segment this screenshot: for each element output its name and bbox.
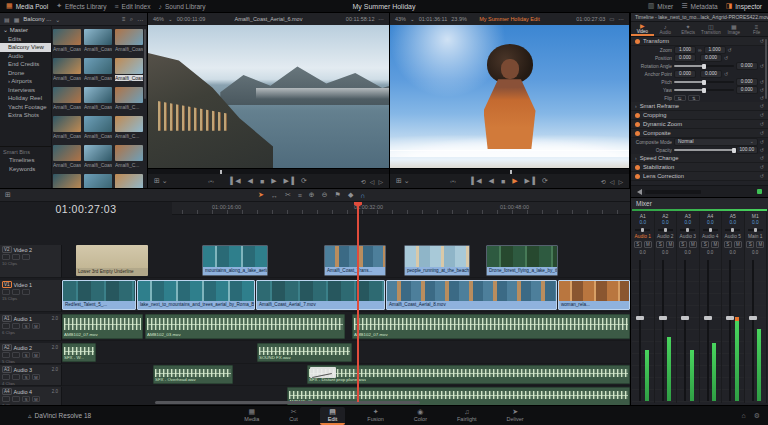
sidebar-bin-holiday-reel[interactable]: Holiday Reel xyxy=(0,94,51,103)
timeline-clip[interactable]: Redfest_Talent_5_... xyxy=(62,280,136,310)
mute-button[interactable]: M xyxy=(644,241,652,248)
timeline-clip[interactable]: Amalfi_Coast_Aerial_7.mov xyxy=(256,280,385,310)
insert-clip[interactable]: ≡ xyxy=(298,192,302,199)
step-back-button[interactable]: ◀ xyxy=(248,177,253,185)
page-tab-cut[interactable]: ✂Cut xyxy=(281,407,306,425)
more-options-icon[interactable]: ⋯ xyxy=(379,16,385,22)
enable-icon[interactable] xyxy=(12,396,20,402)
solo-button[interactable]: S xyxy=(22,352,30,358)
inspector-tab-file[interactable]: ≡File xyxy=(745,22,768,36)
track-badge[interactable]: A3 xyxy=(2,366,12,373)
value-y-field[interactable]: 0.000 xyxy=(700,54,722,62)
timeline-clip[interactable]: Lower 3rd Empty Underline xyxy=(76,245,148,276)
inspector-section-dynamic-zoom[interactable]: Dynamic Zoom↺ xyxy=(631,120,768,129)
reset-icon[interactable]: ↺ xyxy=(760,164,764,170)
solo-button[interactable]: S xyxy=(22,323,30,329)
reset-icon[interactable]: ↺ xyxy=(760,130,764,136)
loop-button[interactable]: ⟳ xyxy=(301,177,307,185)
sidebar-bin-extra-shots[interactable]: Extra Shots xyxy=(0,111,51,120)
overwrite-clip[interactable]: ⊕ xyxy=(309,191,315,199)
inspector-section-stabilization[interactable]: Stabilization↺ xyxy=(631,163,768,172)
sidebar-bin-yacht-footage[interactable]: Yacht Footage xyxy=(0,103,51,112)
solo-button[interactable]: S xyxy=(746,241,754,248)
bin-selector[interactable]: Balcony ... xyxy=(23,16,51,22)
mute-button[interactable]: M xyxy=(32,352,40,358)
in-point-icon[interactable]: ◁ xyxy=(370,178,375,185)
sidebar-bin-edits[interactable]: Edits xyxy=(0,35,51,44)
timeline-clip[interactable]: lake_next_to_mountains_and_trees_aerial_… xyxy=(137,280,255,310)
media-clip[interactable]: Amalfi_Coast_6... xyxy=(53,145,81,171)
razor-tool[interactable]: ✂ xyxy=(285,191,291,199)
track-header-a3[interactable]: A3Audio 32.0SM4 Clips xyxy=(0,365,62,386)
inspector-section-transform[interactable]: Transform↺ xyxy=(631,37,768,46)
track-badge[interactable]: A2 xyxy=(2,344,12,351)
track-header-a2[interactable]: A2Audio 22.0SM5 Clips xyxy=(0,343,62,364)
stop-button[interactable]: ■ xyxy=(260,178,264,185)
mute-button[interactable]: M xyxy=(32,396,40,402)
match-frame-icon[interactable]: ⟲ xyxy=(601,178,606,185)
enable-icon[interactable] xyxy=(12,254,20,260)
inspector-tab-audio[interactable]: ♪Audio xyxy=(654,22,677,36)
page-tab-deliver[interactable]: ➤Deliver xyxy=(499,407,532,425)
track-badge[interactable]: A4 xyxy=(2,388,12,395)
slider-knob[interactable] xyxy=(702,80,706,85)
in-point-icon[interactable]: ◁ xyxy=(610,178,615,185)
strip-pan-slider[interactable] xyxy=(658,229,673,231)
toolbar-button-media-pool[interactable]: ▦Media Pool xyxy=(6,2,48,10)
timeline-scrollbar[interactable] xyxy=(155,401,420,404)
enable-icon[interactable] xyxy=(12,374,20,380)
inspector-tab-effects[interactable]: ✦Effects xyxy=(677,22,700,36)
fader-knob[interactable] xyxy=(726,316,734,320)
media-clip[interactable]: Redfest_Land... xyxy=(84,174,112,188)
track-lane-v2[interactable]: Lower 3rd Empty Underlinemountains_along… xyxy=(62,245,630,278)
reset-icon[interactable]: ↺ xyxy=(760,121,764,127)
reset-icon[interactable]: ↺ xyxy=(760,95,764,101)
media-clip[interactable]: Amalfi_Coast_6... xyxy=(84,58,112,84)
reset-icon[interactable]: ↺ xyxy=(760,155,764,161)
page-tab-media[interactable]: ▦Media xyxy=(236,407,267,425)
reset-icon[interactable]: ↺ xyxy=(760,63,764,69)
out-point-icon[interactable]: ▷ xyxy=(378,178,383,185)
thumbnail-view-icon[interactable] xyxy=(22,289,30,295)
parameter-slider[interactable] xyxy=(674,65,734,67)
media-clip[interactable]: Amalfi_Coast_6... xyxy=(84,145,112,171)
timeline-clip[interactable]: AMB102_07.mov xyxy=(352,314,630,339)
inspector-section-smart-reframe[interactable]: ›Smart Reframe↺ xyxy=(631,102,768,111)
inspector-section-cropping[interactable]: Cropping↺ xyxy=(631,111,768,120)
media-clip[interactable]: Redfest_L... xyxy=(115,174,143,188)
reset-icon[interactable]: ↺ xyxy=(760,147,764,153)
toolbar-button-metadata[interactable]: ☰Metadata xyxy=(681,2,717,10)
trim-edit-tool[interactable]: ↔ xyxy=(271,192,278,199)
media-clip[interactable]: Amalfi_C... xyxy=(115,87,143,113)
volume-keyframe-box[interactable] xyxy=(310,367,336,378)
channel-fader[interactable] xyxy=(639,260,641,401)
parameter-slider[interactable] xyxy=(674,81,734,83)
lock-icon[interactable] xyxy=(2,289,10,295)
timeline-zoom-level[interactable]: 43% xyxy=(395,16,406,22)
lock-icon[interactable] xyxy=(2,374,10,380)
enable-icon[interactable] xyxy=(12,352,20,358)
mute-button[interactable]: M xyxy=(32,374,40,380)
search-icon[interactable]: ⌕ xyxy=(130,16,133,23)
strip-pan-value[interactable]: 0.0 xyxy=(639,220,646,227)
more-options-icon[interactable]: ⋯ xyxy=(137,16,143,23)
reset-icon[interactable]: ↺ xyxy=(728,47,732,53)
inspector-tab-transition[interactable]: ◫Transition xyxy=(699,22,722,36)
flip-vertical-button[interactable]: ⇅ xyxy=(688,95,700,101)
media-clip[interactable]: Amalfi_Coas... xyxy=(115,29,143,55)
track-badge[interactable]: V2 xyxy=(2,246,12,253)
match-frame-icon[interactable]: ⟲ xyxy=(361,178,366,185)
value-x-field[interactable]: 1.000 xyxy=(674,46,696,54)
timeline-clip[interactable]: SFX - Distant prop plane.wav xyxy=(307,365,630,384)
sidebar-bin-interviews[interactable]: Interviews xyxy=(0,86,51,95)
section-enable-toggle[interactable] xyxy=(635,131,640,136)
timeline-video-frame[interactable] xyxy=(390,25,629,168)
inspector-tab-video[interactable]: ▶Video xyxy=(631,22,654,36)
lock-icon[interactable] xyxy=(2,352,10,358)
enable-icon[interactable] xyxy=(12,323,20,329)
go-to-first-frame-button[interactable]: ▌◀ xyxy=(471,177,481,185)
section-enable-toggle[interactable] xyxy=(635,122,640,127)
section-enable-toggle[interactable] xyxy=(635,174,640,179)
playhead[interactable] xyxy=(357,202,359,402)
strip-pan-value[interactable]: 0.0 xyxy=(752,220,759,227)
